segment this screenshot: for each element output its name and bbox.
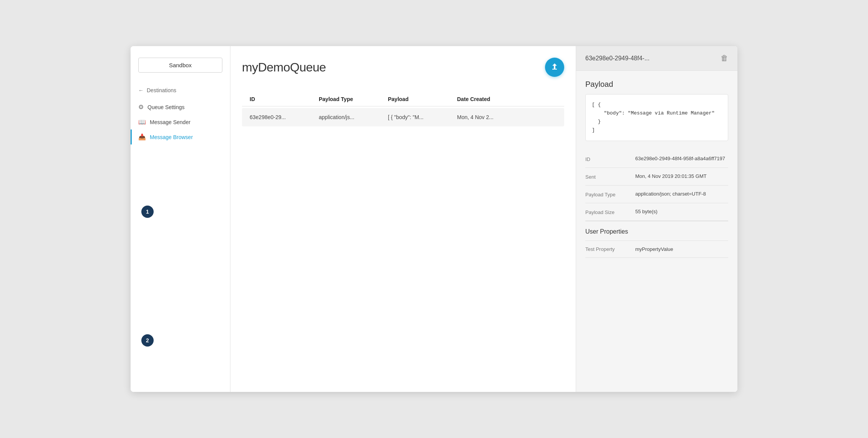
table-row[interactable]: 63e298e0-29... application/js... [ { "bo… bbox=[242, 108, 564, 126]
detail-payload-type-value: application/json; charset=UTF-8 bbox=[635, 191, 728, 197]
back-arrow-icon: ← bbox=[138, 87, 144, 93]
table-header: ID Payload Type Payload Date Created bbox=[242, 92, 564, 106]
payload-section: Payload [ { "body": "Message via Runtime… bbox=[585, 80, 728, 141]
upload-icon bbox=[550, 63, 559, 72]
sidebar-item-label: Message Sender bbox=[150, 119, 190, 125]
user-prop-label: Test Property bbox=[585, 246, 635, 252]
detail-id-label: ID bbox=[585, 156, 635, 162]
gear-icon: ⚙ bbox=[138, 103, 144, 111]
cell-id: 63e298e0-29... bbox=[250, 114, 319, 120]
col-date-created: Date Created bbox=[457, 96, 557, 102]
payload-heading: Payload bbox=[585, 80, 728, 89]
sidebar-item-queue-settings[interactable]: ⚙ Queue Settings bbox=[131, 100, 230, 114]
detail-sent-label: Sent bbox=[585, 173, 635, 180]
detail-id-row: ID 63e298e0-2949-48f4-958f-a8a4a6ff7197 bbox=[585, 150, 728, 168]
user-property-row: Test Property myPropertyValue bbox=[585, 241, 728, 258]
main-header: myDemoQueue bbox=[242, 58, 564, 77]
detail-payload-type-row: Payload Type application/json; charset=U… bbox=[585, 186, 728, 203]
col-payload: Payload bbox=[388, 96, 457, 102]
destinations-link[interactable]: ← Destinations bbox=[131, 84, 230, 100]
cell-payload: [ { "body": "M... bbox=[388, 114, 457, 120]
sidebar-item-message-browser[interactable]: 📥 Message Browser bbox=[131, 129, 230, 144]
sidebar-item-message-sender[interactable]: 📖 Message Sender bbox=[131, 114, 230, 129]
delete-button[interactable]: 🗑 bbox=[721, 54, 728, 63]
col-id: ID bbox=[250, 96, 319, 102]
sidebar-item-label: Queue Settings bbox=[147, 104, 185, 110]
detail-payload-size-row: Payload Size 55 byte(s) bbox=[585, 203, 728, 221]
detail-payload-size-label: Payload Size bbox=[585, 209, 635, 215]
user-prop-value: myPropertyValue bbox=[635, 246, 673, 252]
annotation-2: 2 bbox=[141, 334, 154, 347]
cell-date-created: Mon, 4 Nov 2... bbox=[457, 114, 557, 120]
right-panel-header: 63e298e0-2949-48f4-... 🗑 bbox=[576, 46, 737, 71]
right-panel-body: Payload [ { "body": "Message via Runtime… bbox=[576, 71, 737, 267]
inbox-icon: 📥 bbox=[138, 133, 146, 141]
upload-button[interactable] bbox=[545, 58, 564, 77]
col-payload-type: Payload Type bbox=[319, 96, 388, 102]
detail-sent-value: Mon, 4 Nov 2019 20:01:35 GMT bbox=[635, 173, 728, 179]
detail-id-value: 63e298e0-2949-48f4-958f-a8a4a6ff7197 bbox=[635, 156, 728, 161]
payload-code: [ { "body": "Message via Runtime Manager… bbox=[585, 94, 728, 141]
sidebar-item-label: Message Browser bbox=[150, 134, 193, 140]
detail-payload-size-value: 55 byte(s) bbox=[635, 209, 728, 214]
detail-payload-type-label: Payload Type bbox=[585, 191, 635, 197]
message-id-title: 63e298e0-2949-48f4-... bbox=[585, 55, 649, 62]
annotation-1: 1 bbox=[141, 206, 154, 218]
messages-table: ID Payload Type Payload Date Created 63e… bbox=[242, 92, 564, 126]
right-panel: 63e298e0-2949-48f4-... 🗑 Payload [ { "bo… bbox=[576, 46, 737, 392]
user-properties-heading: User Properties bbox=[585, 221, 728, 241]
queue-title: myDemoQueue bbox=[242, 60, 326, 75]
app-container: 1 2 Sandbox ← Destinations ⚙ Queue Setti… bbox=[131, 46, 737, 392]
sandbox-button[interactable]: Sandbox bbox=[138, 58, 222, 73]
detail-sent-row: Sent Mon, 4 Nov 2019 20:01:35 GMT bbox=[585, 168, 728, 186]
main-content: myDemoQueue ID Payload Type Payload Date… bbox=[230, 46, 576, 392]
sidebar-nav: ⚙ Queue Settings 📖 Message Sender 📥 Mess… bbox=[131, 100, 230, 144]
details-section: ID 63e298e0-2949-48f4-958f-a8a4a6ff7197 … bbox=[585, 150, 728, 258]
book-icon: 📖 bbox=[138, 118, 146, 126]
destinations-label: Destinations bbox=[147, 87, 176, 93]
cell-payload-type: application/js... bbox=[319, 114, 388, 120]
